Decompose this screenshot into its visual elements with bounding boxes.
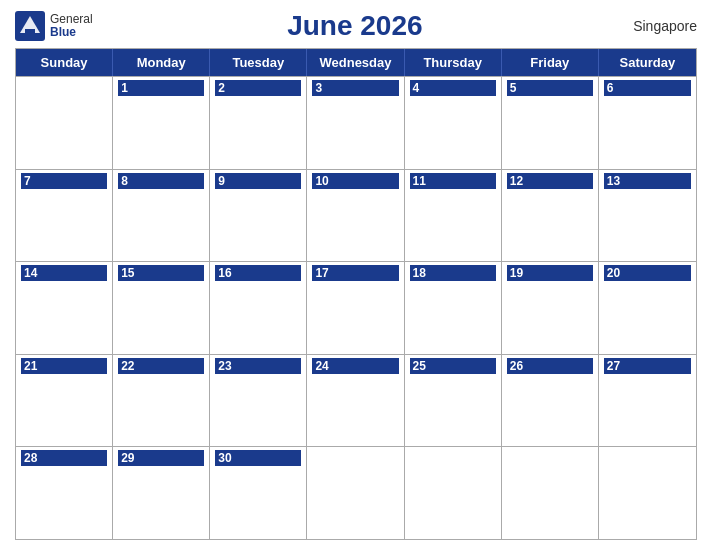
day-number: 26	[507, 358, 593, 374]
day-number: 17	[312, 265, 398, 281]
day-cell	[307, 447, 404, 539]
day-cell: 19	[502, 262, 599, 354]
day-cell: 10	[307, 170, 404, 262]
day-number: 23	[215, 358, 301, 374]
day-cell: 27	[599, 355, 696, 447]
week-row-3: 14151617181920	[16, 261, 696, 354]
day-cell: 8	[113, 170, 210, 262]
day-cell: 28	[16, 447, 113, 539]
day-cell: 2	[210, 77, 307, 169]
day-cell: 5	[502, 77, 599, 169]
day-number: 9	[215, 173, 301, 189]
day-number: 1	[118, 80, 204, 96]
day-cell: 20	[599, 262, 696, 354]
day-cell: 15	[113, 262, 210, 354]
week-row-1: 123456	[16, 76, 696, 169]
day-number: 30	[215, 450, 301, 466]
day-cell: 25	[405, 355, 502, 447]
day-number: 27	[604, 358, 691, 374]
day-header-friday: Friday	[502, 49, 599, 76]
day-number: 28	[21, 450, 107, 466]
weeks-container: 1234567891011121314151617181920212223242…	[16, 76, 696, 539]
day-cell: 11	[405, 170, 502, 262]
day-cell: 9	[210, 170, 307, 262]
logo-blue-label: Blue	[50, 26, 93, 39]
day-cell: 21	[16, 355, 113, 447]
day-number: 2	[215, 80, 301, 96]
day-cell: 29	[113, 447, 210, 539]
day-cell: 3	[307, 77, 404, 169]
day-number: 20	[604, 265, 691, 281]
day-cell: 16	[210, 262, 307, 354]
day-cell: 26	[502, 355, 599, 447]
day-header-thursday: Thursday	[405, 49, 502, 76]
day-number: 7	[21, 173, 107, 189]
day-number: 4	[410, 80, 496, 96]
day-headers-row: SundayMondayTuesdayWednesdayThursdayFrid…	[16, 49, 696, 76]
calendar-page: General Blue June 2026 Singapore SundayM…	[0, 0, 712, 550]
day-number: 8	[118, 173, 204, 189]
day-cell: 14	[16, 262, 113, 354]
week-row-2: 78910111213	[16, 169, 696, 262]
day-number: 12	[507, 173, 593, 189]
day-cell: 6	[599, 77, 696, 169]
day-cell: 22	[113, 355, 210, 447]
day-cell	[502, 447, 599, 539]
week-row-5: 282930	[16, 446, 696, 539]
logo: General Blue	[15, 11, 93, 41]
day-number: 25	[410, 358, 496, 374]
day-header-monday: Monday	[113, 49, 210, 76]
day-cell: 17	[307, 262, 404, 354]
day-cell: 1	[113, 77, 210, 169]
day-number: 18	[410, 265, 496, 281]
logo-text: General Blue	[50, 13, 93, 39]
day-cell: 4	[405, 77, 502, 169]
location-label: Singapore	[617, 18, 697, 34]
day-cell: 23	[210, 355, 307, 447]
day-cell	[405, 447, 502, 539]
day-number: 14	[21, 265, 107, 281]
day-header-sunday: Sunday	[16, 49, 113, 76]
calendar-title: June 2026	[93, 10, 617, 42]
day-number: 10	[312, 173, 398, 189]
day-header-saturday: Saturday	[599, 49, 696, 76]
day-number: 6	[604, 80, 691, 96]
day-number: 3	[312, 80, 398, 96]
day-number: 15	[118, 265, 204, 281]
svg-rect-2	[25, 29, 35, 34]
day-cell: 13	[599, 170, 696, 262]
day-number: 19	[507, 265, 593, 281]
day-cell: 18	[405, 262, 502, 354]
day-cell	[599, 447, 696, 539]
day-number: 13	[604, 173, 691, 189]
day-header-tuesday: Tuesday	[210, 49, 307, 76]
day-cell: 7	[16, 170, 113, 262]
day-number: 11	[410, 173, 496, 189]
day-cell: 12	[502, 170, 599, 262]
week-row-4: 21222324252627	[16, 354, 696, 447]
day-number: 24	[312, 358, 398, 374]
day-number: 22	[118, 358, 204, 374]
day-cell: 30	[210, 447, 307, 539]
day-number: 21	[21, 358, 107, 374]
calendar-grid: SundayMondayTuesdayWednesdayThursdayFrid…	[15, 48, 697, 540]
day-cell: 24	[307, 355, 404, 447]
day-number: 16	[215, 265, 301, 281]
day-number: 29	[118, 450, 204, 466]
header: General Blue June 2026 Singapore	[15, 10, 697, 48]
day-cell	[16, 77, 113, 169]
generalblue-logo-icon	[15, 11, 45, 41]
day-header-wednesday: Wednesday	[307, 49, 404, 76]
day-number: 5	[507, 80, 593, 96]
